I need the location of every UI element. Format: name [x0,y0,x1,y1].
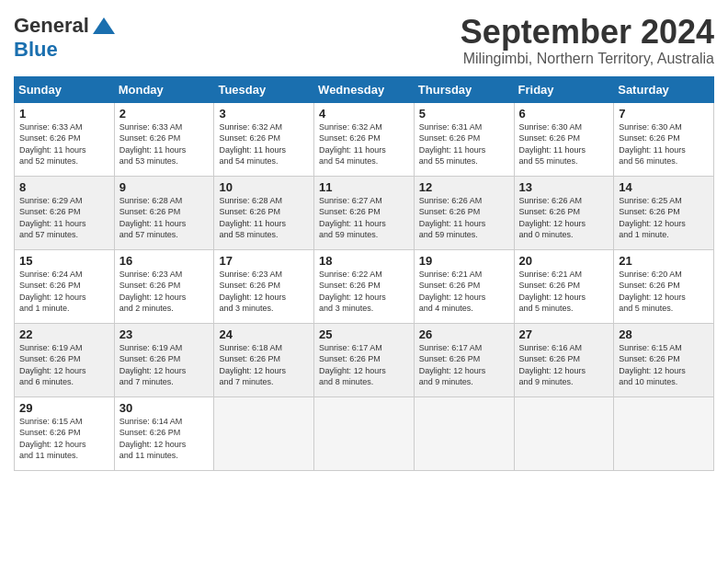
calendar-week-3: 15Sunrise: 6:24 AM Sunset: 6:26 PM Dayli… [15,249,714,323]
day-info: Sunrise: 6:22 AM Sunset: 6:26 PM Dayligh… [319,269,409,315]
day-number: 18 [319,254,409,268]
calendar-table: SundayMondayTuesdayWednesdayThursdayFrid… [14,76,714,471]
day-info: Sunrise: 6:17 AM Sunset: 6:26 PM Dayligh… [319,342,409,388]
day-info: Sunrise: 6:16 AM Sunset: 6:26 PM Dayligh… [519,342,609,388]
day-info: Sunrise: 6:23 AM Sunset: 6:26 PM Dayligh… [219,269,309,315]
calendar-cell: 3Sunrise: 6:32 AM Sunset: 6:26 PM Daylig… [214,102,314,176]
day-number: 5 [419,107,509,121]
day-info: Sunrise: 6:29 AM Sunset: 6:26 PM Dayligh… [19,195,109,241]
calendar-week-5: 29Sunrise: 6:15 AM Sunset: 6:26 PM Dayli… [15,396,714,470]
calendar-cell: 15Sunrise: 6:24 AM Sunset: 6:26 PM Dayli… [15,249,115,323]
header-day-saturday: Saturday [614,76,714,102]
day-info: Sunrise: 6:32 AM Sunset: 6:26 PM Dayligh… [219,121,309,167]
day-number: 6 [519,107,609,121]
calendar-cell: 4Sunrise: 6:32 AM Sunset: 6:26 PM Daylig… [314,102,415,176]
calendar-cell: 20Sunrise: 6:21 AM Sunset: 6:26 PM Dayli… [514,249,614,323]
day-number: 7 [619,107,709,121]
day-number: 26 [419,327,509,341]
day-number: 20 [519,254,609,268]
calendar-cell: 11Sunrise: 6:27 AM Sunset: 6:26 PM Dayli… [314,176,415,249]
calendar-cell: 1Sunrise: 6:33 AM Sunset: 6:26 PM Daylig… [15,102,115,176]
day-info: Sunrise: 6:21 AM Sunset: 6:26 PM Dayligh… [419,269,509,315]
calendar-cell: 9Sunrise: 6:28 AM Sunset: 6:26 PM Daylig… [114,176,214,249]
day-number: 25 [319,327,409,341]
day-info: Sunrise: 6:27 AM Sunset: 6:26 PM Dayligh… [319,195,409,241]
day-info: Sunrise: 6:32 AM Sunset: 6:26 PM Dayligh… [319,121,409,167]
day-number: 29 [19,401,109,415]
calendar-cell: 10Sunrise: 6:28 AM Sunset: 6:26 PM Dayli… [214,176,314,249]
header-day-thursday: Thursday [414,76,514,102]
calendar-cell: 21Sunrise: 6:20 AM Sunset: 6:26 PM Dayli… [614,249,714,323]
day-info: Sunrise: 6:30 AM Sunset: 6:26 PM Dayligh… [619,121,709,167]
day-number: 24 [219,327,309,341]
day-info: Sunrise: 6:21 AM Sunset: 6:26 PM Dayligh… [519,269,609,315]
calendar-cell [414,396,514,470]
day-info: Sunrise: 6:17 AM Sunset: 6:26 PM Dayligh… [419,342,509,388]
day-number: 28 [619,327,709,341]
calendar-cell [214,396,314,470]
day-number: 15 [19,254,109,268]
logo-text-general: General [14,14,89,38]
day-number: 11 [319,180,409,194]
day-info: Sunrise: 6:15 AM Sunset: 6:26 PM Dayligh… [619,342,709,388]
calendar-cell: 26Sunrise: 6:17 AM Sunset: 6:26 PM Dayli… [414,323,514,396]
calendar-cell [514,396,614,470]
calendar-cell: 22Sunrise: 6:19 AM Sunset: 6:26 PM Dayli… [15,323,115,396]
day-info: Sunrise: 6:20 AM Sunset: 6:26 PM Dayligh… [619,269,709,315]
location-subtitle: Milingimbi, Northern Territory, Australi… [461,51,714,67]
day-number: 3 [219,107,309,121]
calendar-cell: 18Sunrise: 6:22 AM Sunset: 6:26 PM Dayli… [314,249,415,323]
header-day-wednesday: Wednesday [314,76,415,102]
day-info: Sunrise: 6:14 AM Sunset: 6:26 PM Dayligh… [119,416,210,462]
day-number: 13 [519,180,609,194]
calendar-cell: 6Sunrise: 6:30 AM Sunset: 6:26 PM Daylig… [514,102,614,176]
calendar-cell: 29Sunrise: 6:15 AM Sunset: 6:26 PM Dayli… [15,396,115,470]
header-day-tuesday: Tuesday [214,76,314,102]
page-header: General Blue September 2024 Milingimbi, … [14,14,714,67]
calendar-cell [614,396,714,470]
header-day-friday: Friday [514,76,614,102]
calendar-cell: 5Sunrise: 6:31 AM Sunset: 6:26 PM Daylig… [414,102,514,176]
day-info: Sunrise: 6:25 AM Sunset: 6:26 PM Dayligh… [619,195,709,241]
calendar-cell: 16Sunrise: 6:23 AM Sunset: 6:26 PM Dayli… [114,249,214,323]
day-number: 14 [619,180,709,194]
calendar-cell: 24Sunrise: 6:18 AM Sunset: 6:26 PM Dayli… [214,323,314,396]
day-number: 9 [119,180,210,194]
title-area: September 2024 Milingimbi, Northern Terr… [461,14,714,67]
calendar-week-2: 8Sunrise: 6:29 AM Sunset: 6:26 PM Daylig… [15,176,714,249]
day-info: Sunrise: 6:28 AM Sunset: 6:26 PM Dayligh… [219,195,309,241]
day-number: 16 [119,254,210,268]
calendar-cell: 14Sunrise: 6:25 AM Sunset: 6:26 PM Dayli… [614,176,714,249]
day-info: Sunrise: 6:15 AM Sunset: 6:26 PM Dayligh… [19,416,109,462]
day-number: 1 [19,107,109,121]
day-number: 22 [19,327,109,341]
calendar-cell: 8Sunrise: 6:29 AM Sunset: 6:26 PM Daylig… [15,176,115,249]
day-info: Sunrise: 6:33 AM Sunset: 6:26 PM Dayligh… [119,121,210,167]
header-day-monday: Monday [114,76,214,102]
calendar-cell: 2Sunrise: 6:33 AM Sunset: 6:26 PM Daylig… [114,102,214,176]
day-number: 27 [519,327,609,341]
calendar-header-row: SundayMondayTuesdayWednesdayThursdayFrid… [15,76,714,102]
calendar-cell [314,396,415,470]
day-info: Sunrise: 6:30 AM Sunset: 6:26 PM Dayligh… [519,121,609,167]
header-day-sunday: Sunday [15,76,115,102]
day-number: 23 [119,327,210,341]
svg-marker-0 [93,17,115,34]
day-info: Sunrise: 6:28 AM Sunset: 6:26 PM Dayligh… [119,195,210,241]
day-info: Sunrise: 6:24 AM Sunset: 6:26 PM Dayligh… [19,269,109,315]
logo-text-blue: Blue [14,38,58,61]
calendar-cell: 27Sunrise: 6:16 AM Sunset: 6:26 PM Dayli… [514,323,614,396]
calendar-cell: 28Sunrise: 6:15 AM Sunset: 6:26 PM Dayli… [614,323,714,396]
calendar-week-4: 22Sunrise: 6:19 AM Sunset: 6:26 PM Dayli… [15,323,714,396]
day-info: Sunrise: 6:26 AM Sunset: 6:26 PM Dayligh… [419,195,509,241]
day-number: 8 [19,180,109,194]
day-info: Sunrise: 6:31 AM Sunset: 6:26 PM Dayligh… [419,121,509,167]
calendar-cell: 12Sunrise: 6:26 AM Sunset: 6:26 PM Dayli… [414,176,514,249]
calendar-cell: 30Sunrise: 6:14 AM Sunset: 6:26 PM Dayli… [114,396,214,470]
day-info: Sunrise: 6:26 AM Sunset: 6:26 PM Dayligh… [519,195,609,241]
logo: General Blue [14,14,117,62]
day-number: 2 [119,107,210,121]
calendar-cell: 7Sunrise: 6:30 AM Sunset: 6:26 PM Daylig… [614,102,714,176]
calendar-week-1: 1Sunrise: 6:33 AM Sunset: 6:26 PM Daylig… [15,102,714,176]
calendar-cell: 13Sunrise: 6:26 AM Sunset: 6:26 PM Dayli… [514,176,614,249]
